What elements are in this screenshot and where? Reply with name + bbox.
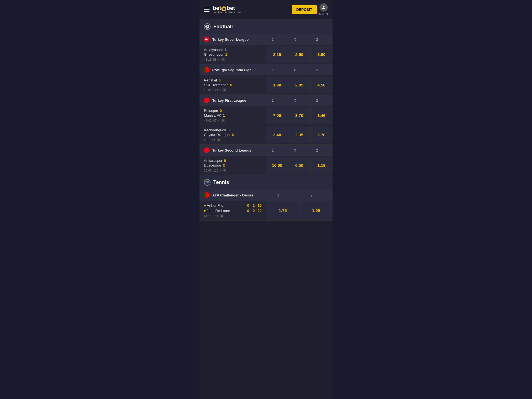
team-row-tf1-1: Boluspor 0 [204, 109, 262, 113]
markets-icon-tf1[interactable]: ⊞ [221, 119, 225, 122]
atp-league-name: ATP Challenger - Oeiras [212, 193, 259, 197]
tennis-odds-group: 1.75 1.99 [266, 201, 332, 220]
minute-tf2: 81 > [210, 138, 216, 142]
match-time: 46:15 [204, 58, 212, 61]
match-row-tf1: Boluspor 0 Manisa FK 1 47:40 87 > ⊞ 7.00… [200, 106, 332, 125]
tennis-markets-icon[interactable]: ⊞ [220, 214, 224, 218]
odd2-btn-pt[interactable]: 4.50 [310, 77, 332, 93]
league-cols-atp: 1 2 [262, 193, 328, 197]
tennis-meta: Set 1 52 > ⊞ [204, 214, 262, 218]
score1-ts: 0 [224, 158, 227, 163]
hamburger-menu[interactable] [204, 8, 209, 12]
turkey-flag-second [204, 147, 209, 153]
match-meta-ts: 16:48 110 > ⊞ [204, 168, 262, 172]
team1-tf1: Boluspor [204, 109, 218, 113]
team-row-1: Antalyaspor 1 [204, 48, 262, 52]
col-2-atp: 2 [295, 193, 328, 197]
odd2-btn[interactable]: 3.90 [310, 46, 332, 63]
score1-tf2: 0 [228, 128, 231, 132]
svg-rect-12 [206, 192, 209, 198]
odd1-btn-pt[interactable]: 1.90 [266, 77, 288, 93]
match-row-ts: Ankaraspor 0 Duzcespor 2 16:48 110 > ⊞ 1… [200, 156, 332, 175]
team2-name: Giresunspor [204, 52, 224, 57]
player2-scores: 0 0 30 [247, 209, 262, 213]
odd2-ts[interactable]: 1.19 [310, 157, 332, 174]
deposit-button[interactable]: DEPOSIT [292, 5, 316, 14]
turkey-flag [204, 37, 209, 42]
league-cols-ts: 1 X 2 [262, 148, 328, 152]
score2-tf1: 1 [223, 113, 226, 117]
svg-rect-7 [206, 67, 209, 73]
odd1-ts[interactable]: 10.00 [266, 157, 288, 174]
match-teams-tf1: Boluspor 0 Manisa FK 1 [204, 109, 262, 117]
logo-tagline: betobet. bet like a pro! [213, 11, 241, 14]
match-row-pt: Penafiel 0 SCU Torreense 0 16:38 121 > ⊞… [200, 75, 332, 95]
oddX-btn[interactable]: 2.60 [288, 46, 310, 63]
team2-score-pt: 0 [230, 83, 233, 87]
league-header-atp: ATP Challenger - Oeiras 1 2 [200, 190, 332, 201]
turkey-super-league-name: Turkey Super League [212, 37, 259, 42]
match-teams: Antalyaspor 1 Giresunspor 1 [204, 48, 262, 57]
match-info-pt: Penafiel 0 SCU Torreense 0 16:38 121 > ⊞ [200, 75, 266, 94]
league-cols-tf: 1 X 2 [262, 98, 328, 103]
p2-s1: 0 [247, 209, 250, 213]
col-1-tf: 1 [262, 98, 284, 103]
league-header-turkey-super: Turkey Super League 1 X 2 [200, 34, 332, 45]
markets-icon-pt[interactable]: ⊞ [222, 88, 226, 92]
tennis-odd1-btn[interactable]: 1.75 [266, 201, 299, 220]
odd2-tf1[interactable]: 1.46 [310, 107, 332, 124]
player-row-2: Joris De Loore 0 0 30 [204, 209, 262, 213]
oddX-ts[interactable]: 6.50 [288, 157, 310, 174]
player2-name: Joris De Loore [207, 209, 243, 213]
p1-s3: 15 [258, 203, 262, 208]
match-meta-tf1: 47:40 87 > ⊞ [204, 119, 262, 122]
col-1-pt: 1 [262, 68, 284, 72]
score2-tf2: 0 [232, 133, 235, 137]
user-area[interactable]: 0.00 ₹ [319, 3, 328, 16]
match-minute: 58 > [213, 58, 219, 61]
odd2-tf2[interactable]: 2.70 [310, 127, 332, 143]
match-info: Antalyaspor 1 Giresunspor 1 46:15 58 > ⊞ [200, 45, 266, 64]
match-meta-pt: 16:38 121 > ⊞ [204, 88, 262, 92]
oddX-tf1[interactable]: 3.70 [288, 107, 310, 124]
match-teams-ts: Ankaraspor 0 Duzcespor 2 [204, 158, 262, 167]
odd1-tf1[interactable]: 7.00 [266, 107, 288, 124]
odd1-btn[interactable]: 2.15 [266, 46, 288, 63]
logo: betobet betobet. bet like a pro! [213, 5, 241, 14]
markets-icon-tf2[interactable]: ⊞ [217, 138, 221, 142]
oddX-btn-pt[interactable]: 2.95 [288, 77, 310, 93]
team-row-tf2-2: Caykur Rizespor 0 [204, 133, 262, 137]
turkey-flag-first [204, 98, 209, 103]
team1-name: Antalyaspor [204, 48, 223, 52]
match-minute-pt: 121 > [213, 88, 221, 92]
header: betobet betobet. bet like a pro! DEPOSIT… [200, 0, 332, 19]
score2-ts: 2 [223, 163, 226, 167]
time-tf1: 47:40 [204, 119, 212, 122]
col-1-ts: 1 [262, 148, 284, 152]
p1-s1: 0 [247, 203, 250, 208]
team1-ts: Ankaraspor [204, 158, 222, 163]
oddX-tf2[interactable]: 2.35 [288, 127, 310, 143]
markets-icon-ts[interactable]: ⊞ [222, 168, 226, 172]
match-info-ts: Ankaraspor 0 Duzcespor 2 16:48 110 > ⊞ [200, 156, 266, 175]
score1-tf1: 0 [220, 109, 222, 113]
tennis-odd2-btn[interactable]: 1.99 [299, 201, 332, 220]
match-row: Antalyaspor 1 Giresunspor 1 46:15 58 > ⊞… [200, 45, 332, 64]
markets-icon[interactable]: ⊞ [221, 58, 225, 61]
p2-s2: 0 [252, 209, 255, 213]
serve-dot-1 [204, 205, 206, 206]
odd1-tf2[interactable]: 3.40 [266, 127, 288, 143]
col-1-atp: 1 [262, 193, 295, 197]
match-info-tf2: Keciorengucu 0 Caykur Rizespor 0 HT 81 >… [200, 125, 266, 144]
team1-name-pt: Penafiel [204, 78, 217, 82]
app-container: betobet betobet. bet like a pro! DEPOSIT… [200, 0, 332, 399]
col-2-ts: 2 [306, 148, 328, 152]
football-title: Football [213, 24, 233, 30]
team1-tf2: Keciorengucu [204, 128, 226, 132]
team2-tf2: Caykur Rizespor [204, 133, 231, 137]
match-teams-pt: Penafiel 0 SCU Torreense 0 [204, 78, 262, 87]
match-row-tf2: Keciorengucu 0 Caykur Rizespor 0 HT 81 >… [200, 125, 332, 145]
time-ts: 16:48 [204, 169, 212, 172]
tennis-icon: 🎾 [204, 179, 211, 186]
turkey-first-league-name: Turkey First League [212, 98, 259, 103]
